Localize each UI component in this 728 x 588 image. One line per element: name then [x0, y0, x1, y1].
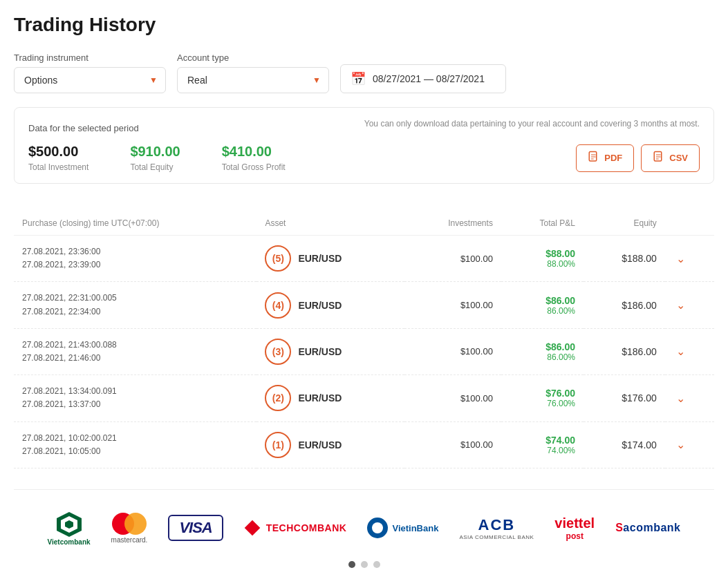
investment-value: $100.00 [460, 439, 493, 450]
asset-name: EUR/USD [298, 392, 342, 404]
asset-badge: (5) [265, 245, 291, 272]
pagination-dots [14, 553, 714, 582]
asset-name: EUR/USD [298, 300, 342, 311]
expand-cell[interactable]: ⌄ [665, 282, 714, 328]
date-picker[interactable]: 📅 08/27/2021 — 08/27/2021 [340, 64, 506, 93]
pdf-icon [588, 151, 600, 166]
pnl-pct: 88.00% [510, 259, 575, 269]
pnl-value: $86.00 [510, 341, 575, 352]
total-equity-stat: $910.00 Total Equity [130, 144, 180, 172]
expand-cell[interactable]: ⌄ [665, 236, 714, 282]
sacombank-logo: Sacombank [615, 522, 680, 534]
total-investment-label: Total Investment [28, 162, 88, 172]
date-filter-group: 📅 08/27/2021 — 08/27/2021 [340, 50, 506, 93]
pdf-button[interactable]: PDF [576, 144, 634, 172]
asset-name: EUR/USD [298, 439, 342, 451]
account-filter-group: Account type Real ▼ [177, 53, 329, 93]
total-equity-label: Total Equity [130, 162, 180, 172]
account-select-wrapper[interactable]: Real ▼ [177, 67, 329, 93]
table-row: 27.08.2021, 22:31:00.005 27.08.2021, 22:… [14, 282, 714, 328]
pnl-value: $86.00 [510, 295, 575, 306]
time-cell: 27.08.2021, 10:02:00.021 27.08.2021, 10:… [14, 421, 256, 468]
asset-badge: (4) [265, 292, 291, 319]
total-equity-value: $910.00 [130, 144, 180, 160]
asset-cell: (2) EUR/USD [256, 375, 404, 421]
svg-rect-0 [590, 151, 597, 161]
equity-cell: $176.00 [584, 375, 665, 421]
expand-cell[interactable]: ⌄ [665, 328, 714, 374]
pnl-cell: $86.00 86.00% [501, 328, 584, 374]
payment-section: Vietcombank mastercard. VISA [14, 489, 714, 588]
instrument-select[interactable]: Options [14, 67, 166, 93]
instrument-label: Trading instrument [14, 53, 166, 63]
payment-logos: Vietcombank mastercard. VISA [14, 504, 714, 553]
investment-value: $100.00 [460, 346, 493, 357]
pnl-pct: 86.00% [510, 352, 575, 362]
investment-cell: $100.00 [404, 421, 501, 468]
date-range-text: 08/27/2021 — 08/27/2021 [373, 73, 485, 84]
pnl-pct: 86.00% [510, 306, 575, 316]
col-asset: Asset [256, 211, 404, 236]
investment-value: $100.00 [460, 393, 493, 404]
total-gross-profit-label: Total Gross Profit [222, 162, 286, 172]
expand-button[interactable]: ⌄ [673, 435, 688, 454]
export-buttons: PDF CSV [576, 144, 700, 172]
summary-note-row: Data for the selected period You can onl… [28, 119, 700, 137]
dot-3[interactable] [373, 561, 380, 568]
pnl-cell: $76.00 76.00% [501, 375, 584, 421]
calendar-icon: 📅 [351, 71, 366, 86]
mastercard-logo: mastercard. [111, 513, 148, 544]
viettel-logo: viettel post [554, 515, 595, 541]
csv-button[interactable]: CSV [641, 144, 700, 172]
investment-value: $100.00 [460, 300, 493, 310]
account-label: Account type [177, 53, 329, 63]
col-time: Purchase (closing) time UTC(+07:00) [14, 211, 256, 236]
investment-cell: $100.00 [404, 375, 501, 421]
acb-logo: ACB ASIA COMMERCIAL BANK [459, 516, 534, 540]
expand-cell[interactable]: ⌄ [665, 421, 714, 468]
asset-badge: (2) [265, 385, 291, 411]
visa-logo: VISA [168, 515, 223, 541]
time-cell: 27.08.2021, 13:34:00.091 27.08.2021, 13:… [14, 375, 256, 421]
col-pnl: Total P&L [501, 211, 584, 236]
expand-button[interactable]: ⌄ [673, 249, 688, 268]
asset-cell: (5) EUR/USD [256, 236, 404, 282]
table-row: 27.08.2021, 23:36:00 27.08.2021, 23:39:0… [14, 236, 714, 282]
time-cell: 27.08.2021, 23:36:00 27.08.2021, 23:39:0… [14, 236, 256, 282]
asset-badge: (1) [265, 432, 291, 458]
filter-row: Trading instrument Options ▼ Account typ… [14, 50, 714, 93]
dot-2[interactable] [361, 561, 368, 568]
instrument-filter-group: Trading instrument Options ▼ [14, 53, 166, 93]
col-expand [665, 211, 714, 236]
dot-1[interactable] [348, 561, 355, 568]
col-investments: Investments [404, 211, 501, 236]
csv-label: CSV [669, 153, 688, 163]
asset-cell: (3) EUR/USD [256, 328, 404, 374]
total-investment-stat: $500.00 Total Investment [28, 144, 88, 172]
csv-icon [653, 151, 665, 166]
equity-value: $176.00 [622, 392, 657, 404]
table-row: 27.08.2021, 10:02:00.021 27.08.2021, 10:… [14, 421, 714, 468]
svg-rect-1 [655, 151, 662, 161]
equity-cell: $174.00 [584, 421, 665, 468]
expand-button[interactable]: ⌄ [673, 296, 688, 314]
account-select[interactable]: Real [177, 67, 329, 93]
expand-button[interactable]: ⌄ [673, 342, 688, 361]
vietinbank-logo: VietinBank [367, 518, 438, 538]
summary-bottom: $500.00 Total Investment $910.00 Total E… [28, 144, 700, 172]
page-title: Trading History [14, 14, 714, 36]
time-cell: 27.08.2021, 22:31:00.005 27.08.2021, 22:… [14, 282, 256, 328]
pnl-cell: $74.00 74.00% [501, 421, 584, 468]
techcombank-logo: TECHCOMBANK [244, 520, 347, 536]
period-label: Data for the selected period [28, 123, 139, 133]
instrument-select-wrapper[interactable]: Options ▼ [14, 67, 166, 93]
total-gross-profit-stat: $410.00 Total Gross Profit [222, 144, 286, 172]
asset-name: EUR/USD [298, 253, 342, 264]
expand-cell[interactable]: ⌄ [665, 375, 714, 421]
trades-table: Purchase (closing) time UTC(+07:00) Asse… [14, 211, 714, 468]
equity-value: $188.00 [622, 253, 657, 264]
asset-badge: (3) [265, 339, 291, 365]
equity-cell: $186.00 [584, 282, 665, 328]
equity-cell: $188.00 [584, 236, 665, 282]
expand-button[interactable]: ⌄ [673, 389, 688, 408]
